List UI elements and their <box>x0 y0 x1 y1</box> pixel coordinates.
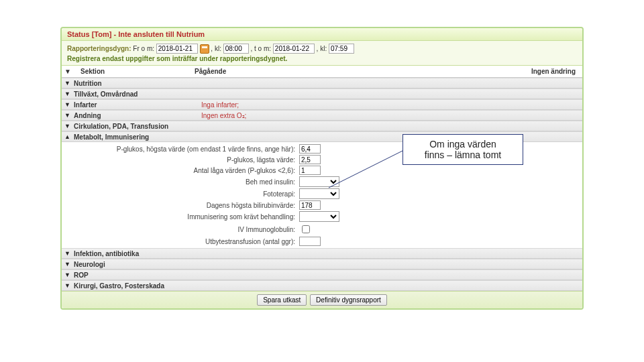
section-nutrition[interactable]: ▼ Nutrition <box>62 78 582 88</box>
section-andning[interactable]: ▼ Andning Ingen extra O₂; <box>62 110 582 121</box>
kl-label-2: kl: <box>320 45 327 52</box>
report-panel: Status [Tom] - Inte ansluten till Nutriu… <box>60 27 584 310</box>
section-rop[interactable]: ▼ ROP <box>62 269 582 280</box>
bilirubin-input[interactable] <box>299 200 321 210</box>
section-title: Tillväxt, Omvårdnad <box>74 90 201 98</box>
to-time-input[interactable] <box>329 44 354 54</box>
chevron-up-icon: ▲ <box>64 134 74 140</box>
section-title: Kirurgi, Gastro, Fosterskada <box>74 282 201 290</box>
period-label: Rapporteringsdygn: <box>67 45 131 52</box>
save-draft-button[interactable]: Spara utkast <box>257 294 307 306</box>
chevron-down-icon: ▼ <box>64 251 74 257</box>
chevron-down-icon: ▼ <box>64 102 74 108</box>
calendar-icon[interactable] <box>200 44 209 54</box>
section-kirurgi[interactable]: ▼ Kirurgi, Gastro, Fosterskada <box>62 280 582 291</box>
section-title: Infarter <box>74 101 201 109</box>
section-title: Cirkulation, PDA, Transfusion <box>74 123 201 130</box>
iv-immunoglobulin-checkbox[interactable] <box>302 225 310 233</box>
section-tillvaxt[interactable]: ▼ Tillväxt, Omvårdnad <box>62 88 582 99</box>
expand-all-icon[interactable]: ▼ <box>64 68 74 75</box>
section-title: Infektion, antibiotika <box>74 250 201 257</box>
field-label: IV Immunoglobulin: <box>64 226 299 233</box>
chevron-down-icon: ▼ <box>64 91 74 97</box>
reporting-period: Rapporteringsdygn: Fr o m: , kl: , t o m… <box>62 41 582 55</box>
col-nochange: Ingen ändring <box>499 68 580 75</box>
antal-laga-input[interactable] <box>299 166 321 175</box>
footer-actions: Spara utkast Definitiv dygnsrapport <box>62 291 582 308</box>
col-ongoing: Pågående <box>195 68 499 75</box>
from-time-input[interactable] <box>223 44 249 54</box>
field-iv-immunoglobulin: IV Immunoglobulin: <box>62 223 582 236</box>
callout-line2: finns – lämna tomt <box>409 149 517 160</box>
to-date-input[interactable] <box>273 44 315 54</box>
from-date-input[interactable] <box>156 44 198 54</box>
field-insulin: Beh med insulin: <box>62 176 582 188</box>
immunisering-select[interactable] <box>299 211 339 222</box>
insulin-select[interactable] <box>299 176 339 187</box>
kl-label-1: kl: <box>215 45 221 52</box>
field-label: Dagens högsta bilirubinvärde: <box>64 202 299 209</box>
chevron-down-icon: ▼ <box>64 261 74 267</box>
field-antal-laga: Antal låga värden (P-glukos <2,6): <box>62 165 582 176</box>
final-report-button[interactable]: Definitiv dygnsrapport <box>310 294 387 306</box>
status-bar: Status [Tom] - Inte ansluten till Nutriu… <box>62 28 582 41</box>
section-title: Neurologi <box>74 261 201 268</box>
section-infarter[interactable]: ▼ Infarter Inga infarter; <box>62 99 582 110</box>
col-section: Sektion <box>74 68 195 75</box>
to-label: t o m: <box>254 45 271 52</box>
section-infektion[interactable]: ▼ Infektion, antibiotika <box>62 248 582 259</box>
section-neurologi[interactable]: ▼ Neurologi <box>62 259 582 269</box>
pglukos-high-input[interactable] <box>299 144 321 154</box>
section-title: Metabolt, Immunisering <box>74 133 201 141</box>
section-cirkulation[interactable]: ▼ Cirkulation, PDA, Transfusion <box>62 121 582 131</box>
field-label: Utbytestransfusion (antal ggr): <box>64 238 299 245</box>
chevron-down-icon: ▼ <box>64 113 74 119</box>
field-utbytestransfusion: Utbytestransfusion (antal ggr): <box>62 236 582 247</box>
annotation-callout: Om inga värden finns – lämna tomt <box>402 134 523 165</box>
section-status: Ingen extra O₂; <box>201 112 580 119</box>
section-title: Nutrition <box>74 80 201 87</box>
field-label: P-glukos, högsta värde (om endast 1 värd… <box>64 145 299 153</box>
field-label: Antal låga värden (P-glukos <2,6): <box>64 167 299 174</box>
status-text: Status [Tom] - Inte ansluten till Nutriu… <box>67 30 205 38</box>
field-label: Fototerapi: <box>64 190 299 198</box>
field-fototerapi: Fototerapi: <box>62 188 582 200</box>
utbytestransfusion-input[interactable] <box>299 237 321 246</box>
field-label: Immunisering som krävt behandling: <box>64 213 299 221</box>
field-immunisering: Immunisering som krävt behandling: <box>62 210 582 223</box>
fototerapi-select[interactable] <box>299 188 339 199</box>
chevron-down-icon: ▼ <box>64 283 74 289</box>
chevron-down-icon: ▼ <box>64 272 74 278</box>
section-title: ROP <box>74 272 201 279</box>
chevron-down-icon: ▼ <box>64 123 74 129</box>
instruction-note: Registrera endast uppgifter som inträffa… <box>62 55 582 66</box>
field-label: P-glukos, lägsta värde: <box>64 156 299 164</box>
section-title: Andning <box>74 112 201 119</box>
pglukos-low-input[interactable] <box>299 155 321 164</box>
chevron-down-icon: ▼ <box>64 80 74 86</box>
field-bilirubin: Dagens högsta bilirubinvärde: <box>62 200 582 210</box>
section-status: Inga infarter; <box>201 101 580 109</box>
from-label: Fr o m: <box>133 45 154 52</box>
field-label: Beh med insulin: <box>64 178 299 186</box>
column-headers: ▼ Sektion Pågående Ingen ändring <box>62 66 582 78</box>
callout-line1: Om inga värden <box>409 139 517 149</box>
